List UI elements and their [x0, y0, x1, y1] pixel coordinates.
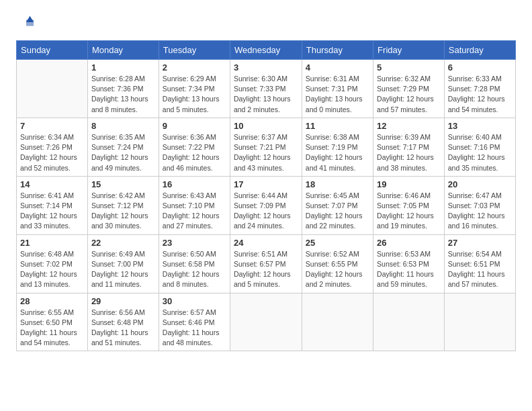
- day-info: Sunrise: 6:57 AMSunset: 6:46 PMDaylight:…: [163, 308, 226, 349]
- week-row-3: 14Sunrise: 6:41 AMSunset: 7:14 PMDayligh…: [17, 176, 516, 234]
- week-row-5: 28Sunrise: 6:55 AMSunset: 6:50 PMDayligh…: [17, 293, 516, 351]
- day-cell: 26Sunrise: 6:53 AMSunset: 6:53 PMDayligh…: [373, 234, 445, 293]
- day-number: 8: [91, 121, 155, 131]
- day-info: Sunrise: 6:28 AMSunset: 7:36 PMDaylight:…: [91, 74, 155, 115]
- day-cell: [444, 293, 515, 351]
- day-info: Sunrise: 6:49 AMSunset: 7:00 PMDaylight:…: [91, 249, 155, 290]
- day-number: 6: [448, 62, 512, 73]
- day-info: Sunrise: 6:33 AMSunset: 7:28 PMDaylight:…: [448, 74, 512, 115]
- day-cell: 21Sunrise: 6:48 AMSunset: 7:02 PMDayligh…: [17, 234, 88, 293]
- day-cell: 18Sunrise: 6:45 AMSunset: 7:07 PMDayligh…: [302, 176, 373, 234]
- day-cell: 23Sunrise: 6:50 AMSunset: 6:58 PMDayligh…: [159, 234, 230, 293]
- day-number: 18: [306, 179, 369, 189]
- day-number: 10: [234, 121, 298, 131]
- week-row-4: 21Sunrise: 6:48 AMSunset: 7:02 PMDayligh…: [17, 234, 516, 293]
- weekday-header-sunday: Sunday: [17, 41, 88, 60]
- day-info: Sunrise: 6:43 AMSunset: 7:10 PMDaylight:…: [163, 191, 226, 232]
- day-number: 9: [163, 121, 226, 131]
- day-number: 27: [448, 238, 512, 248]
- logo-icon: [16, 13, 35, 32]
- week-row-2: 7Sunrise: 6:34 AMSunset: 7:26 PMDaylight…: [17, 118, 516, 176]
- day-number: 4: [306, 62, 369, 73]
- day-info: Sunrise: 6:41 AMSunset: 7:14 PMDaylight:…: [20, 191, 84, 232]
- day-cell: 20Sunrise: 6:47 AMSunset: 7:03 PMDayligh…: [444, 176, 515, 234]
- day-number: 14: [20, 179, 84, 189]
- day-info: Sunrise: 6:29 AMSunset: 7:34 PMDaylight:…: [163, 74, 226, 115]
- day-number: 21: [20, 238, 84, 248]
- day-number: 3: [234, 62, 298, 73]
- day-number: 23: [163, 238, 226, 248]
- day-info: Sunrise: 6:51 AMSunset: 6:57 PMDaylight:…: [234, 249, 298, 290]
- day-info: Sunrise: 6:45 AMSunset: 7:07 PMDaylight:…: [306, 191, 369, 232]
- day-cell: 24Sunrise: 6:51 AMSunset: 6:57 PMDayligh…: [230, 234, 302, 293]
- day-info: Sunrise: 6:31 AMSunset: 7:31 PMDaylight:…: [306, 74, 369, 115]
- day-number: 29: [91, 296, 155, 306]
- day-cell: 16Sunrise: 6:43 AMSunset: 7:10 PMDayligh…: [159, 176, 230, 234]
- weekday-header-friday: Friday: [373, 41, 445, 60]
- day-number: 13: [448, 121, 512, 131]
- day-info: Sunrise: 6:38 AMSunset: 7:19 PMDaylight:…: [306, 132, 369, 173]
- day-number: 26: [377, 238, 441, 248]
- day-cell: [373, 293, 445, 351]
- day-number: 2: [163, 62, 226, 73]
- day-cell: 29Sunrise: 6:56 AMSunset: 6:48 PMDayligh…: [87, 293, 159, 351]
- day-cell: 27Sunrise: 6:54 AMSunset: 6:51 PMDayligh…: [444, 234, 515, 293]
- day-info: Sunrise: 6:53 AMSunset: 6:53 PMDaylight:…: [377, 249, 441, 290]
- day-number: 12: [377, 121, 441, 131]
- day-number: 17: [234, 179, 298, 189]
- day-info: Sunrise: 6:48 AMSunset: 7:02 PMDaylight:…: [20, 249, 84, 290]
- day-info: Sunrise: 6:36 AMSunset: 7:22 PMDaylight:…: [163, 132, 226, 173]
- day-number: 11: [306, 121, 369, 131]
- day-cell: 22Sunrise: 6:49 AMSunset: 7:00 PMDayligh…: [87, 234, 159, 293]
- day-number: 24: [234, 238, 298, 248]
- day-cell: 19Sunrise: 6:46 AMSunset: 7:05 PMDayligh…: [373, 176, 445, 234]
- day-cell: [17, 60, 88, 118]
- day-info: Sunrise: 6:42 AMSunset: 7:12 PMDaylight:…: [91, 191, 155, 232]
- day-info: Sunrise: 6:35 AMSunset: 7:24 PMDaylight:…: [91, 132, 155, 173]
- logo: [16, 13, 36, 32]
- weekday-header-thursday: Thursday: [302, 41, 373, 60]
- weekday-header-wednesday: Wednesday: [230, 41, 302, 60]
- day-info: Sunrise: 6:37 AMSunset: 7:21 PMDaylight:…: [234, 132, 298, 173]
- day-number: 5: [377, 62, 441, 73]
- svg-marker-1: [26, 19, 34, 26]
- day-cell: 28Sunrise: 6:55 AMSunset: 6:50 PMDayligh…: [17, 293, 88, 351]
- day-info: Sunrise: 6:50 AMSunset: 6:58 PMDaylight:…: [163, 249, 226, 290]
- day-cell: 25Sunrise: 6:52 AMSunset: 6:55 PMDayligh…: [302, 234, 373, 293]
- day-info: Sunrise: 6:44 AMSunset: 7:09 PMDaylight:…: [234, 191, 298, 232]
- day-info: Sunrise: 6:54 AMSunset: 6:51 PMDaylight:…: [448, 249, 512, 290]
- weekday-header-monday: Monday: [87, 41, 159, 60]
- day-cell: 12Sunrise: 6:39 AMSunset: 7:17 PMDayligh…: [373, 118, 445, 176]
- day-info: Sunrise: 6:46 AMSunset: 7:05 PMDaylight:…: [377, 191, 441, 232]
- day-cell: 14Sunrise: 6:41 AMSunset: 7:14 PMDayligh…: [17, 176, 88, 234]
- calendar-table: SundayMondayTuesdayWednesdayThursdayFrid…: [16, 40, 516, 351]
- day-cell: 4Sunrise: 6:31 AMSunset: 7:31 PMDaylight…: [302, 60, 373, 118]
- weekday-header-saturday: Saturday: [444, 41, 515, 60]
- day-info: Sunrise: 6:55 AMSunset: 6:50 PMDaylight:…: [20, 308, 84, 349]
- day-cell: 8Sunrise: 6:35 AMSunset: 7:24 PMDaylight…: [87, 118, 159, 176]
- day-number: 20: [448, 179, 512, 189]
- day-number: 1: [91, 62, 155, 73]
- day-cell: 15Sunrise: 6:42 AMSunset: 7:12 PMDayligh…: [87, 176, 159, 234]
- day-cell: 1Sunrise: 6:28 AMSunset: 7:36 PMDaylight…: [87, 60, 159, 118]
- day-info: Sunrise: 6:52 AMSunset: 6:55 PMDaylight:…: [306, 249, 369, 290]
- day-cell: 3Sunrise: 6:30 AMSunset: 7:33 PMDaylight…: [230, 60, 302, 118]
- day-cell: 13Sunrise: 6:40 AMSunset: 7:16 PMDayligh…: [444, 118, 515, 176]
- day-number: 25: [306, 238, 369, 248]
- day-cell: [302, 293, 373, 351]
- day-info: Sunrise: 6:34 AMSunset: 7:26 PMDaylight:…: [20, 132, 84, 173]
- weekday-header-row: SundayMondayTuesdayWednesdayThursdayFrid…: [17, 41, 516, 60]
- day-cell: [230, 293, 302, 351]
- day-cell: 11Sunrise: 6:38 AMSunset: 7:19 PMDayligh…: [302, 118, 373, 176]
- day-cell: 6Sunrise: 6:33 AMSunset: 7:28 PMDaylight…: [444, 60, 515, 118]
- day-number: 16: [163, 179, 226, 189]
- day-cell: 9Sunrise: 6:36 AMSunset: 7:22 PMDaylight…: [159, 118, 230, 176]
- day-number: 22: [91, 238, 155, 248]
- page-header: [16, 13, 516, 32]
- day-info: Sunrise: 6:47 AMSunset: 7:03 PMDaylight:…: [448, 191, 512, 232]
- day-info: Sunrise: 6:56 AMSunset: 6:48 PMDaylight:…: [91, 308, 155, 349]
- day-info: Sunrise: 6:39 AMSunset: 7:17 PMDaylight:…: [377, 132, 441, 173]
- day-number: 15: [91, 179, 155, 189]
- day-cell: 17Sunrise: 6:44 AMSunset: 7:09 PMDayligh…: [230, 176, 302, 234]
- day-info: Sunrise: 6:30 AMSunset: 7:33 PMDaylight:…: [234, 74, 298, 115]
